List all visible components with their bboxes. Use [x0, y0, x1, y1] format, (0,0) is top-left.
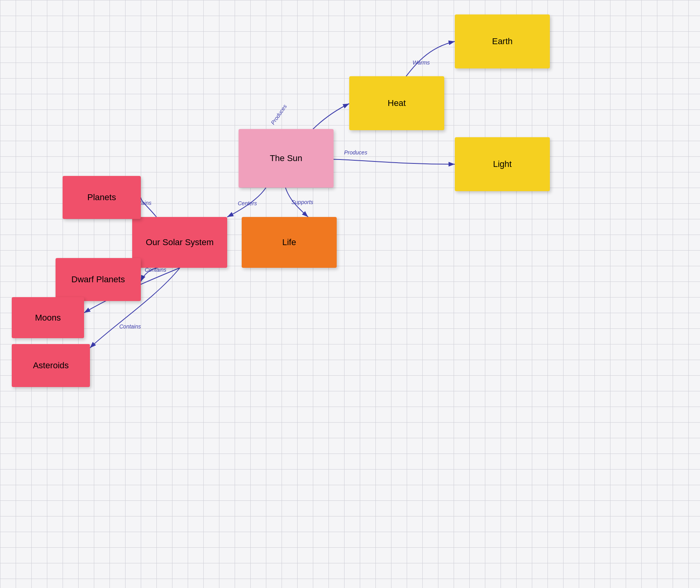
life-label: Life	[282, 237, 296, 247]
warms-label: Warms	[413, 59, 430, 66]
supports-label: Supports	[291, 199, 313, 205]
dwarf-planets-label: Dwarf Planets	[72, 274, 125, 285]
earth-node[interactable]: Earth	[455, 14, 550, 68]
light-node[interactable]: Light	[455, 137, 550, 191]
produces-light-label: Produces	[344, 149, 367, 156]
moons-node[interactable]: Moons	[12, 297, 84, 338]
contains-asteroids-label: Contains	[119, 323, 141, 330]
asteroids-label: Asteroids	[33, 360, 69, 371]
light-label: Light	[493, 159, 512, 169]
solar-system-label: Our Solar System	[146, 237, 214, 247]
heat-node[interactable]: Heat	[349, 76, 444, 130]
solar-system-node[interactable]: Our Solar System	[132, 217, 227, 268]
planets-node[interactable]: Planets	[63, 176, 141, 219]
dwarf-planets-node[interactable]: Dwarf Planets	[56, 258, 141, 301]
asteroids-node[interactable]: Asteroids	[12, 344, 90, 387]
life-node[interactable]: Life	[242, 217, 337, 268]
produces-heat-label: Produces	[269, 103, 288, 126]
moons-label: Moons	[35, 313, 61, 323]
centers-label: Centers	[238, 200, 257, 206]
sun-node[interactable]: The Sun	[239, 129, 334, 188]
sun-label: The Sun	[270, 153, 302, 163]
planets-label: Planets	[87, 192, 116, 203]
earth-label: Earth	[492, 36, 513, 47]
heat-label: Heat	[388, 98, 406, 108]
